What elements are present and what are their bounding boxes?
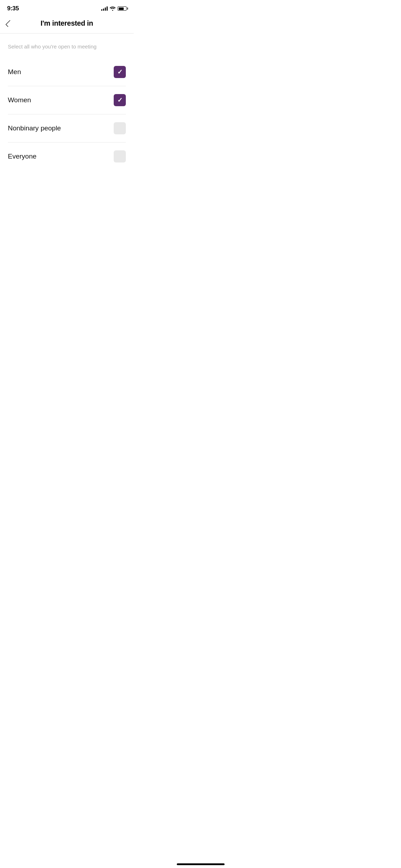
battery-icon	[118, 6, 127, 11]
option-men[interactable]: Men ✓	[8, 58, 126, 86]
checkbox-women[interactable]: ✓	[114, 94, 126, 106]
checkmark-women: ✓	[117, 97, 123, 103]
subtitle-text: Select all who you're open to meeting	[8, 43, 126, 50]
signal-icon	[101, 6, 108, 11]
wifi-icon	[110, 6, 115, 11]
option-women-label: Women	[8, 96, 31, 104]
back-chevron-icon	[5, 20, 12, 27]
checkbox-nonbinary[interactable]	[114, 122, 126, 134]
page-title: I'm interested in	[41, 19, 93, 27]
checkbox-everyone[interactable]	[114, 150, 126, 162]
option-nonbinary-label: Nonbinary people	[8, 124, 61, 132]
option-women[interactable]: Women ✓	[8, 86, 126, 114]
nav-header: I'm interested in	[0, 16, 134, 33]
status-bar: 9:35	[0, 0, 134, 16]
back-button[interactable]	[7, 20, 11, 27]
checkmark-men: ✓	[117, 69, 123, 75]
checkbox-men[interactable]: ✓	[114, 66, 126, 78]
option-nonbinary[interactable]: Nonbinary people	[8, 114, 126, 143]
option-men-label: Men	[8, 68, 21, 76]
option-everyone-label: Everyone	[8, 153, 36, 160]
option-everyone[interactable]: Everyone	[8, 143, 126, 170]
content-area: Select all who you're open to meeting Me…	[0, 33, 134, 170]
status-time: 9:35	[7, 5, 19, 12]
status-icons	[101, 6, 127, 11]
